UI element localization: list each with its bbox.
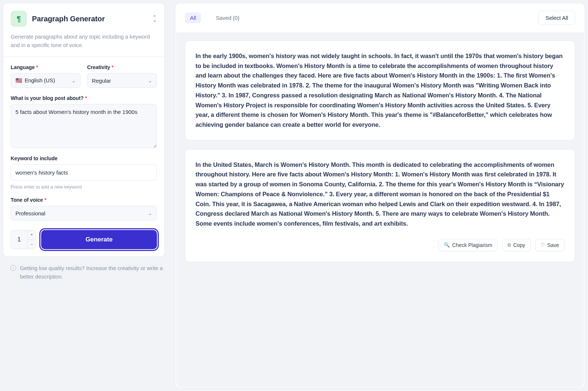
keyword-input[interactable]: [11, 164, 157, 180]
keyword-field: Keyword to include Press enter to add a …: [11, 155, 157, 190]
chevron-down-icon: ⌄: [148, 78, 152, 83]
copy-button[interactable]: ⧉ Copy: [502, 239, 531, 251]
language-label-text: Language: [11, 64, 35, 70]
language-label: Language *: [11, 64, 80, 70]
creativity-select[interactable]: Regular ⌄: [87, 73, 157, 88]
paragraph-icon: ¶: [11, 11, 27, 27]
quality-tip: i Getting low quality results? Increase …: [3, 264, 165, 281]
app-root: ¶ Paragraph Generator ⌃⌄ Generate paragr…: [0, 0, 588, 391]
result-text: In the early 1900s, women's history was …: [196, 51, 564, 130]
result-actions: 🔍 Check Plagiarism ⧉ Copy ♡ Save: [196, 239, 564, 251]
tone-select[interactable]: Professional ⌄: [11, 206, 157, 220]
row-lang-creativity: Language * 🇺🇸English (US) ⌄ Creativity *: [11, 64, 157, 88]
heart-icon: ♡: [541, 242, 545, 248]
required-asterisk: *: [85, 95, 87, 101]
creativity-field: Creativity * Regular ⌄: [87, 64, 157, 88]
creativity-value: Regular: [92, 78, 111, 84]
tab-saved[interactable]: Saved (0): [211, 12, 244, 23]
tool-description: Generate paragraphs about any topic incl…: [11, 33, 157, 49]
info-icon: i: [10, 265, 16, 271]
chevron-down-icon: ⌄: [72, 78, 76, 83]
quantity-stepper[interactable]: 1 + −: [11, 230, 36, 249]
save-label: Save: [547, 242, 559, 248]
chevron-down-icon: ⌄: [148, 211, 152, 216]
required-asterisk: *: [112, 64, 114, 70]
select-all-button[interactable]: Select All: [538, 11, 575, 25]
check-plagiarism-button[interactable]: 🔍 Check Plagiarism: [438, 239, 498, 251]
language-field: Language * 🇺🇸English (US) ⌄: [11, 64, 80, 88]
required-asterisk: *: [36, 64, 38, 70]
topic-field: What is your blog post about? *: [11, 95, 157, 148]
language-value: English (US): [25, 77, 55, 83]
stepper-buttons: + −: [27, 230, 36, 249]
tone-field: Tone of voice * Professional ⌄: [11, 197, 157, 220]
tone-label-text: Tone of voice: [11, 197, 43, 203]
keyword-label: Keyword to include: [11, 155, 157, 161]
tabs: All Saved (0): [185, 12, 245, 23]
stepper-down[interactable]: −: [28, 240, 36, 249]
tab-all[interactable]: All: [185, 12, 201, 23]
results-body: In the early 1900s, women's history was …: [176, 32, 584, 387]
result-text: In the United States, March is Women's H…: [196, 160, 564, 229]
form-body: Language * 🇺🇸English (US) ⌄ Creativity *: [3, 57, 164, 257]
generate-button[interactable]: Generate: [41, 230, 157, 249]
quantity-value: 1: [11, 230, 27, 249]
tool-title-row: ¶ Paragraph Generator ⌃⌄: [11, 11, 157, 27]
creativity-label-text: Creativity: [87, 64, 110, 70]
results-panel: All Saved (0) Select All In the early 19…: [175, 3, 585, 388]
tip-text: Getting low quality results? Increase th…: [20, 264, 163, 281]
tool-title: Paragraph Generator: [32, 15, 147, 23]
tone-value: Professional: [15, 210, 45, 216]
topic-label-text: What is your blog post about?: [11, 95, 84, 101]
required-asterisk: *: [44, 197, 46, 203]
keyword-hint: Press enter to add a new keyword: [11, 184, 157, 190]
left-panel: ¶ Paragraph Generator ⌃⌄ Generate paragr…: [3, 3, 165, 388]
generate-row: 1 + − Generate: [11, 230, 157, 249]
check-plagiarism-label: Check Plagiarism: [452, 242, 492, 248]
tool-header: ¶ Paragraph Generator ⌃⌄ Generate paragr…: [3, 3, 164, 57]
topic-textarea[interactable]: [11, 104, 157, 148]
flag-icon: 🇺🇸: [15, 77, 22, 83]
language-select[interactable]: 🇺🇸English (US) ⌄: [11, 73, 80, 88]
selector-updown-icon[interactable]: ⌃⌄: [153, 16, 157, 21]
topic-label: What is your blog post about? *: [11, 95, 157, 101]
copy-label: Copy: [513, 242, 525, 248]
save-button[interactable]: ♡ Save: [535, 239, 564, 251]
copy-icon: ⧉: [508, 242, 511, 248]
result-card: In the United States, March is Women's H…: [185, 149, 575, 262]
tone-label: Tone of voice *: [11, 197, 157, 203]
search-icon: 🔍: [444, 242, 450, 248]
stepper-up[interactable]: +: [28, 230, 36, 240]
creativity-label: Creativity *: [87, 64, 157, 70]
results-header: All Saved (0) Select All: [175, 3, 585, 32]
tool-card: ¶ Paragraph Generator ⌃⌄ Generate paragr…: [3, 3, 165, 257]
result-card: In the early 1900s, women's history was …: [185, 40, 575, 140]
